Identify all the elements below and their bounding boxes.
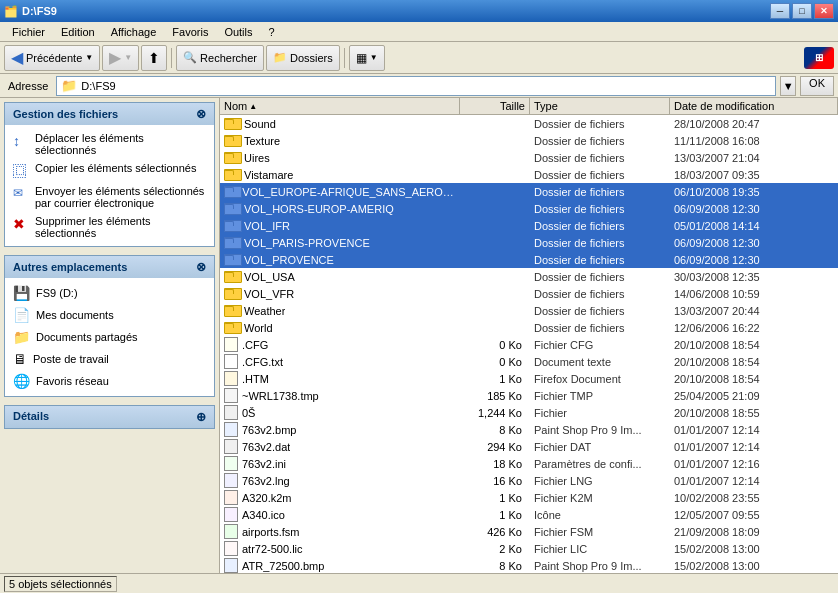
col-header-date[interactable]: Date de modification [670,98,838,114]
place-network[interactable]: 🌐 Favoris réseau [9,370,210,392]
file-name-cell: .CFG.txt [220,354,460,369]
table-row[interactable]: airports.fsm 426 Ko Fichier FSM 21/09/20… [220,523,838,540]
file-date-cell: 14/06/2008 10:59 [670,288,838,300]
col-header-name[interactable]: Nom ▲ [220,98,460,114]
table-row[interactable]: Vistamare Dossier de fichiers 18/03/2007… [220,166,838,183]
file-date-cell: 11/11/2008 16:08 [670,135,838,147]
table-row[interactable]: VOL_EUROPE-AFRIQUE_SANS_AEROPORTS Dossie… [220,183,838,200]
file-list-container: Nom ▲ Taille Type Date de modification S… [220,98,838,573]
folders-button[interactable]: 📁 Dossiers [266,45,340,71]
table-row[interactable]: VOL_USA Dossier de fichiers 30/03/2008 1… [220,268,838,285]
file-name-text: 0Š [242,407,255,419]
folder-icon [224,236,240,249]
back-arrow-icon: ◀ [11,48,23,67]
table-row[interactable]: VOL_IFR Dossier de fichiers 05/01/2008 1… [220,217,838,234]
table-row[interactable]: ~WRL1738.tmp 185 Ko Fichier TMP 25/04/20… [220,387,838,404]
col-header-size[interactable]: Taille [460,98,530,114]
places-header[interactable]: Autres emplacements ⊗ [5,256,214,278]
back-button[interactable]: ◀ Précédente ▼ [4,45,100,71]
table-row[interactable]: atr72-500.lic 2 Ko Fichier LIC 15/02/200… [220,540,838,557]
table-row[interactable]: 763v2.dat 294 Ko Fichier DAT 01/01/2007 … [220,438,838,455]
forward-button[interactable]: ▶ ▼ [102,45,139,71]
file-name-text: atr72-500.lic [242,543,303,555]
table-row[interactable]: VOL_PARIS-PROVENCE Dossier de fichiers 0… [220,234,838,251]
delete-item[interactable]: ✖ Supprimer les éléments sélectionnés [9,212,210,242]
views-dropdown-icon[interactable]: ▼ [370,53,378,62]
table-row[interactable]: 763v2.lng 16 Ko Fichier LNG 01/01/2007 1… [220,472,838,489]
file-size-cell: 18 Ko [460,458,530,470]
file-name-text: VOL_HORS-EUROP-AMERIQ [244,203,394,215]
windows-logo: ⊞ [804,47,834,69]
close-button[interactable]: ✕ [814,3,834,19]
file-icon [224,507,238,522]
table-row[interactable]: .HTM 1 Ko Firefox Document 20/10/2008 18… [220,370,838,387]
menu-affichage[interactable]: Affichage [103,24,165,40]
menu-outils[interactable]: Outils [216,24,260,40]
file-management-header[interactable]: Gestion des fichiers ⊗ [5,103,214,125]
places-section: Autres emplacements ⊗ 💾 FS9 (D:) 📄 Mes d… [4,255,215,397]
table-row[interactable]: World Dossier de fichiers 12/06/2006 16:… [220,319,838,336]
table-row[interactable]: 0Š 1,244 Ko Fichier 20/10/2008 18:55 [220,404,838,421]
views-button[interactable]: ▦ ▼ [349,45,385,71]
table-row[interactable]: ATR_72500.bmp 8 Ko Paint Shop Pro 9 Im..… [220,557,838,573]
folders-label: Dossiers [290,52,333,64]
file-type-cell: Paint Shop Pro 9 Im... [530,560,670,572]
table-row[interactable]: VOL_VFR Dossier de fichiers 14/06/2008 1… [220,285,838,302]
file-size-cell: 1 Ko [460,509,530,521]
file-type-cell: Fichier TMP [530,390,670,402]
table-row[interactable]: Texture Dossier de fichiers 11/11/2008 1… [220,132,838,149]
table-row[interactable]: .CFG.txt 0 Ko Document texte 20/10/2008 … [220,353,838,370]
file-type-cell: Dossier de fichiers [530,186,670,198]
minimize-button[interactable]: ─ [770,3,790,19]
details-header[interactable]: Détails ⊕ [4,405,215,429]
search-label: Rechercher [200,52,257,64]
email-item[interactable]: ✉ Envoyer les éléments sélectionnés par … [9,182,210,212]
move-icon: ↕ [13,133,29,149]
file-name-cell: A340.ico [220,507,460,522]
table-row[interactable]: .CFG 0 Ko Fichier CFG 20/10/2008 18:54 [220,336,838,353]
file-date-cell: 21/09/2008 18:09 [670,526,838,538]
file-date-cell: 15/02/2008 13:00 [670,543,838,555]
table-row[interactable]: 763v2.bmp 8 Ko Paint Shop Pro 9 Im... 01… [220,421,838,438]
place-fs9-drive[interactable]: 💾 FS9 (D:) [9,282,210,304]
file-size-cell: 1 Ko [460,373,530,385]
file-date-cell: 25/04/2005 21:09 [670,390,838,402]
table-row[interactable]: A320.k2m 1 Ko Fichier K2M 10/02/2008 23:… [220,489,838,506]
folder-icon [224,185,238,198]
file-icon [224,371,238,386]
col-type-label: Type [534,100,558,112]
menu-fichier[interactable]: Fichier [4,24,53,40]
my-computer-label: Poste de travail [33,353,109,365]
search-button[interactable]: 🔍 Rechercher [176,45,264,71]
sort-arrow-icon: ▲ [249,102,257,111]
file-management-title: Gestion des fichiers [13,108,118,120]
up-button[interactable]: ⬆ [141,45,167,71]
menu-edition[interactable]: Edition [53,24,103,40]
table-row[interactable]: Sound Dossier de fichiers 28/10/2008 20:… [220,115,838,132]
address-dropdown-button[interactable]: ▼ [780,76,796,96]
file-name-cell: .HTM [220,371,460,386]
forward-dropdown-icon[interactable]: ▼ [124,53,132,62]
place-my-docs[interactable]: 📄 Mes documents [9,304,210,326]
copy-item[interactable]: ⿴ Copier les éléments sélectionnés [9,159,210,182]
address-input-container[interactable]: 📁 D:\FS9 [56,76,776,96]
move-item[interactable]: ↕ Déplacer les éléments sélectionnés [9,129,210,159]
file-date-cell: 05/01/2008 14:14 [670,220,838,232]
menu-help[interactable]: ? [261,24,283,40]
address-go-button[interactable]: OK [800,76,834,96]
place-shared-docs[interactable]: 📁 Documents partagés [9,326,210,348]
table-row[interactable]: 763v2.ini 18 Ko Paramètres de confi... 0… [220,455,838,472]
folder-icon [224,168,240,181]
table-row[interactable]: Uires Dossier de fichiers 13/03/2007 21:… [220,149,838,166]
menu-favoris[interactable]: Favoris [164,24,216,40]
forward-arrow-icon: ▶ [109,48,121,67]
back-dropdown-icon[interactable]: ▼ [85,53,93,62]
table-row[interactable]: Weather Dossier de fichiers 13/03/2007 2… [220,302,838,319]
maximize-button[interactable]: □ [792,3,812,19]
table-row[interactable]: A340.ico 1 Ko Icône 12/05/2007 09:55 [220,506,838,523]
place-my-computer[interactable]: 🖥 Poste de travail [9,348,210,370]
table-row[interactable]: VOL_HORS-EUROP-AMERIQ Dossier de fichier… [220,200,838,217]
file-name-cell: Weather [220,304,460,317]
col-header-type[interactable]: Type [530,98,670,114]
table-row[interactable]: VOL_PROVENCE Dossier de fichiers 06/09/2… [220,251,838,268]
